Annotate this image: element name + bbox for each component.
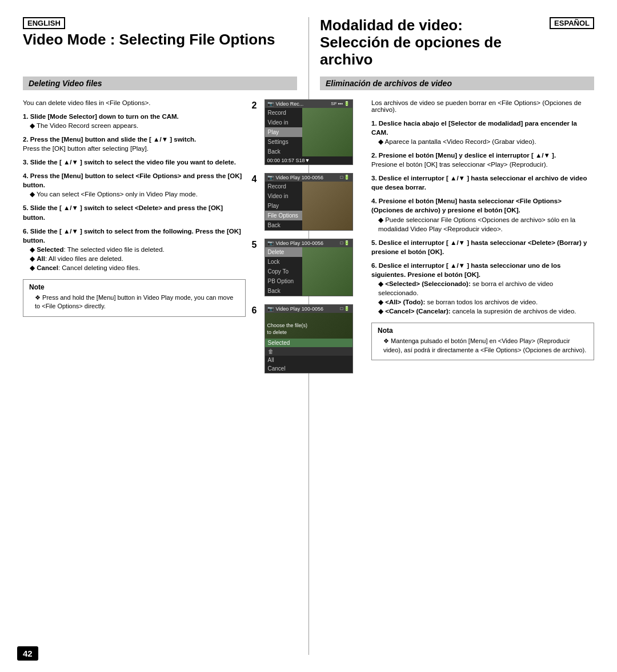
screen-4-header: 📷 Video Play 100-0056 □ 🔋 [265,174,352,182]
screen-6-text: Choose the file(s)to delete [267,323,308,336]
screen-5-wrapper: 5 📷 Video Play 100-0056 □ 🔋 Delete Lock … [265,239,353,296]
screen-4-number: 4 [252,174,257,184]
es-step2-label: 2. Presione el botón [Menu] y deslice el… [371,152,556,159]
screen-2-footer: 00:00 10:57 S18▼ [265,156,352,164]
menu-videoin: Video in [265,118,302,127]
english-step-3: 3. Slide the [ ▲/▼ ] switch to select th… [23,158,246,167]
right-header: Modalidad de video: Selección de opcione… [308,17,594,69]
screen-2: 📷 Video Rec... SF ▪▪▪ 🔋 Record Video in … [265,99,353,165]
es-step6-bullet2: ◆ <All> (Todo): se borran todos los arch… [378,297,594,307]
screen-6-wrapper: 6 📷 Video Play 100-0056 □ 🔋 Choose the f… [265,304,353,373]
es-step6-bullet3: ◆ <Cancel> (Cancelar): cancela la supres… [378,307,594,316]
screen-4-icons: □ 🔋 [340,175,350,180]
page-number: 42 [17,646,38,661]
screen-4-image [302,182,352,230]
screen-2-number: 2 [252,100,257,111]
screen-2-header: 📷 Video Rec... SF ▪▪▪ 🔋 [265,100,352,108]
english-note-label: Note [29,283,239,291]
step1-label: 1. Slide [Mode Selector] down to turn on… [23,113,179,120]
right-column: Los archivos de video se pueden borrar e… [360,99,594,373]
screen-4-title: Video Play 100-0056 [276,175,323,180]
es-step2-sub: Presione el botón [OK] tras seleccionar … [371,161,548,168]
menu-settings: Settings [265,137,302,147]
es-step5-label: 5. Deslice el interruptor [ ▲/▼ ] hasta … [371,239,587,255]
step6-bullet2: ◆ All: All video files are deleted. [30,254,246,263]
menu-back: Back [265,147,302,156]
step2-sub: Press the [OK] button after selecting [P… [23,145,149,152]
screen-2-menu: Record Video in Play Settings Back [265,108,302,156]
spanish-step-3: 3. Deslice el interruptor [ ▲/▼ ] hasta … [371,174,594,192]
es-step6-label: 6. Deslice el interruptor [ ▲/▼ ] hasta … [371,262,560,278]
spanish-note-item: ❖ Mantenga pulsado el botón [Menu] en <V… [383,337,588,355]
menu4-fileoptions: File Options [265,211,302,220]
english-step-4: 4. Press the [Menu] button to select <Fi… [23,171,246,199]
english-step-6: 6. Slide the [ ▲/▼ ] switch to select fr… [23,227,246,272]
spanish-section: Eliminación de archivos de video [308,73,594,95]
spanish-badge: ESPAÑOL [550,17,594,29]
screen-6-image: Choose the file(s)to delete [265,313,352,339]
spanish-note-box: Nota ❖ Mantenga pulsado el botón [Menu] … [371,323,594,360]
english-step-1: 1. Slide [Mode Selector] down to turn on… [23,112,246,130]
es-step1-bullet: ◆ Aparece la pantalla <Video Record> (Gr… [378,137,594,146]
screen-5-number: 5 [252,240,257,250]
screen-6-menu: Selected 🗑 All Cancel [265,339,352,373]
screen-6-number: 6 [252,305,257,316]
english-main-title: Video Mode : Selecting File Options [23,31,297,49]
step5-label: 5. Slide the [ ▲/▼ ] switch to select <D… [23,204,223,220]
cam-icon-4: 📷 [267,175,274,180]
es-step6-bullet1: ◆ <Selected> (Seleccionado): se borra el… [378,279,594,297]
english-step-5: 5. Slide the [ ▲/▼ ] switch to select <D… [23,203,246,222]
screen-5-icons: □ 🔋 [340,240,350,246]
spanish-intro: Los archivos de video se pueden borrar e… [371,99,594,113]
menu5-lock: Lock [265,257,302,267]
english-section: Deleting Video files [23,73,308,95]
spanish-step-4: 4. Presione el botón [Menu] hasta selecc… [371,196,594,233]
menu-record: Record [265,108,302,118]
spanish-section-header: Eliminación de archivos de video [320,77,594,90]
screen-4-menu: Record Video in Play File Options Back [265,182,302,230]
english-intro: You can delete video files in <File Opti… [23,99,246,106]
english-step-2: 2. Press the [Menu] button and slide the… [23,135,246,153]
screen-4: 📷 Video Play 100-0056 □ 🔋 Record Video i… [265,173,353,231]
screen-5-image [302,247,352,296]
step3-label: 3. Slide the [ ▲/▼ ] switch to select th… [23,159,236,166]
spanish-step-2: 2. Presione el botón [Menu] y deslice el… [371,151,594,169]
english-note-item: ❖ Press and hold the [Menu] button in Vi… [35,293,239,311]
step6-label: 6. Slide the [ ▲/▼ ] switch to select fr… [23,228,241,244]
menu4-back: Back [265,220,302,230]
menu6-all: All [265,356,352,364]
spanish-step-5: 5. Deslice el interruptor [ ▲/▼ ] hasta … [371,238,594,256]
es-step4-label: 4. Presione el botón [Menu] hasta selecc… [371,198,562,214]
spanish-step-6: 6. Deslice el interruptor [ ▲/▼ ] hasta … [371,261,594,316]
screen-6: 📷 Video Play 100-0056 □ 🔋 Choose the fil… [265,304,353,373]
step1-bullet: ◆ The Video Record screen appears. [30,121,246,130]
right-title-text: Modalidad de video: Selección de opcione… [320,17,544,69]
left-header: ENGLISH Video Mode : Selecting File Opti… [23,17,308,49]
screen-2-title: Video Rec... [276,101,304,107]
screen-6-header: 📷 Video Play 100-0056 □ 🔋 [265,305,352,313]
step6-bullet3: ◆ Cancel: Cancel deleting video files. [30,263,246,272]
right-title-row: Modalidad de video: Selección de opcione… [320,17,594,69]
cam-icon: 📷 [267,101,274,107]
menu5-copyto: Copy To [265,267,302,276]
menu5-back: Back [265,286,302,296]
cam-icon-6: 📷 [267,306,274,312]
es-step3-label: 3. Deslice el interruptor [ ▲/▼ ] hasta … [371,175,587,191]
screen-4-body: Record Video in Play File Options Back [265,182,352,230]
screen-2-image [302,108,352,156]
screen-5: 📷 Video Play 100-0056 □ 🔋 Delete Lock Co… [265,239,353,296]
left-column: You can delete video files in <File Opti… [23,99,257,373]
english-section-header: Deleting Video files [23,77,297,90]
cam-icon-5: 📷 [267,240,274,246]
es-step4-bullet: ◆ Puede seleccionar File Options <Opcion… [378,215,594,234]
screen-5-body: Delete Lock Copy To PB Option Back [265,247,352,296]
spanish-main-title-line2: Selección de opciones de archivo [320,34,544,69]
menu4-record: Record [265,182,302,191]
es-step1-label: 1. Deslice hacia abajo el [Selector de m… [371,120,577,136]
english-badge: ENGLISH [23,17,65,29]
menu6-cancel: Cancel [265,364,352,373]
step6-bullet1: ◆ Selected: The selected video file is d… [30,245,246,254]
screen-6-title: Video Play 100-0056 [276,306,323,312]
step2-label: 2. Press the [Menu] button and slide the… [23,136,196,143]
screen-2-icons: SF ▪▪▪ 🔋 [331,101,350,106]
